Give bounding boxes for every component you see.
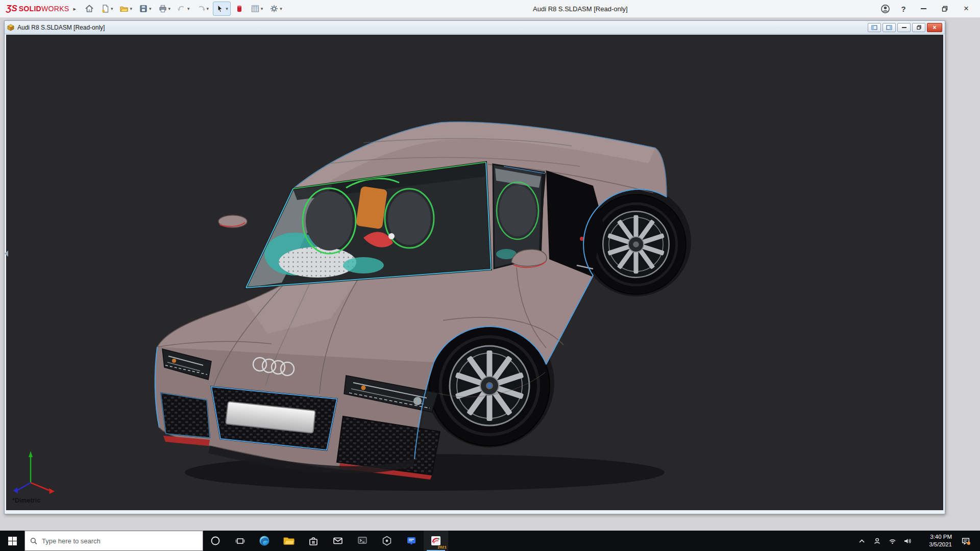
home-button[interactable] (82, 2, 96, 16)
document-titlebar[interactable]: Audi R8 S.SLDASM [Read-only] (5, 21, 945, 34)
driver-seat (306, 191, 353, 251)
taskbar-clock[interactable]: 3:40 PM 3/5/2021 (915, 533, 954, 548)
featuremanager-pane-button[interactable] (883, 23, 896, 32)
user-icon (880, 4, 890, 14)
store-icon (307, 535, 320, 547)
dropdown-caret[interactable]: ▾ (261, 6, 263, 11)
minimize-icon (902, 27, 906, 28)
cortana-button[interactable] (203, 531, 228, 551)
minimize-icon (921, 8, 926, 9)
windows-logo-icon (8, 537, 17, 545)
dropdown-caret[interactable]: ▾ (207, 6, 209, 11)
system-tray: 3:40 PM 3/5/2021 (854, 531, 980, 551)
app-icon-edrawings[interactable] (375, 531, 399, 551)
dropdown-caret[interactable]: ▾ (130, 6, 132, 11)
save-icon (139, 4, 148, 13)
cortana-icon (210, 535, 221, 546)
save-button[interactable]: ▾ (136, 2, 154, 16)
select-button[interactable]: ▾ (213, 2, 231, 16)
appearance-button[interactable] (232, 2, 247, 16)
tray-people-icon[interactable] (869, 531, 885, 551)
document-window-buttons: × (868, 23, 942, 32)
app-close-button[interactable]: × (955, 0, 977, 18)
terminal-icon (356, 535, 369, 547)
blue-display-icon (405, 535, 418, 547)
car-model[interactable] (155, 122, 691, 491)
print-button[interactable]: ▾ (156, 2, 174, 16)
document-window: Audi R8 S.SLDASM [Read-only] (4, 20, 945, 514)
app-icon-graphics-center[interactable] (399, 531, 424, 551)
restore-icon (941, 5, 948, 12)
search-icon (30, 537, 37, 545)
clock-time: 3:40 PM (915, 533, 952, 541)
options-button[interactable]: ▾ (267, 2, 285, 16)
tray-expand-button[interactable] (854, 531, 869, 551)
dropdown-caret[interactable]: ▾ (280, 6, 282, 11)
open-icon (119, 4, 129, 13)
view-orientation-label: *Dimetric (12, 497, 40, 504)
new-document-button[interactable]: ▾ (98, 2, 116, 16)
app-titlebar: ƷS SOLID WORKS ▸ ▾ (0, 0, 980, 18)
redo-button[interactable]: ▾ (194, 2, 212, 16)
new-document-icon (101, 4, 110, 13)
dropdown-caret[interactable]: ▾ (187, 6, 190, 11)
3ds-logo-mark: ƷS (6, 4, 17, 14)
start-button[interactable] (0, 531, 24, 551)
app-icon-terminal[interactable] (350, 531, 375, 551)
quick-access-toolbar: ▾ ▾ ▾ ▾ (82, 2, 285, 16)
dropdown-caret[interactable]: ▾ (111, 6, 113, 11)
app-icon-file-explorer[interactable] (277, 531, 301, 551)
search-input[interactable] (42, 537, 198, 545)
windows-taskbar: 2021 3:40 PM (0, 531, 980, 551)
hexagon-app-icon (381, 535, 393, 547)
task-view-icon (235, 537, 245, 545)
file-explorer-icon (283, 535, 295, 547)
app-restore-button[interactable] (934, 0, 955, 18)
gear-icon (270, 4, 279, 13)
pane-grid-icon (886, 24, 892, 31)
doc-minimize-button[interactable] (897, 23, 911, 32)
edge-icon (258, 535, 271, 547)
undo-icon (177, 4, 186, 13)
open-button[interactable]: ▾ (117, 2, 135, 16)
taskbar-search[interactable] (24, 531, 203, 551)
toolbar-flyout-chevron[interactable]: ▸ (73, 6, 76, 12)
app-window-title: Audi R8 S.SLDASM [Read-only] (285, 5, 876, 13)
help-button[interactable]: ? (894, 0, 913, 18)
notification-icon (961, 537, 970, 545)
home-icon (85, 4, 94, 13)
chevron-up-icon (858, 538, 866, 544)
windshield (246, 162, 491, 288)
tray-network-icon[interactable] (885, 531, 900, 551)
dropdown-caret[interactable]: ▾ (226, 6, 228, 11)
select-arrow-icon (215, 4, 225, 13)
wifi-icon (889, 538, 896, 544)
undo-button[interactable]: ▾ (175, 2, 192, 16)
dropdown-caret[interactable]: ▾ (149, 6, 152, 11)
tray-volume-icon[interactable] (900, 531, 915, 551)
doc-close-button[interactable]: × (927, 23, 942, 32)
document-title: Audi R8 S.SLDASM [Read-only] (17, 24, 105, 31)
task-view-button[interactable] (228, 531, 252, 551)
dropdown-caret[interactable]: ▾ (168, 6, 171, 11)
design-table-button[interactable]: ▾ (248, 2, 266, 16)
3d-scene (6, 35, 943, 510)
app-icon-edge[interactable] (252, 531, 277, 551)
action-center-button[interactable] (954, 531, 977, 551)
doc-restore-button[interactable] (912, 23, 925, 32)
orientation-triad[interactable] (13, 451, 55, 494)
app-icon-store[interactable] (301, 531, 326, 551)
graphics-viewport[interactable]: *Dimetric (6, 35, 943, 510)
print-icon (158, 4, 167, 13)
mail-icon (332, 535, 344, 547)
redo-icon (197, 4, 206, 13)
split-pane-icon (871, 24, 877, 31)
panel-collapse-arrow[interactable] (5, 251, 8, 257)
app-icon-solidworks[interactable]: 2021 (424, 531, 448, 551)
table-icon (251, 4, 260, 13)
red-cylinder-icon (235, 4, 244, 13)
app-icon-mail[interactable] (326, 531, 350, 551)
account-button[interactable] (876, 0, 894, 18)
display-pane-toggle-button[interactable] (868, 23, 881, 32)
app-minimize-button[interactable] (913, 0, 934, 18)
